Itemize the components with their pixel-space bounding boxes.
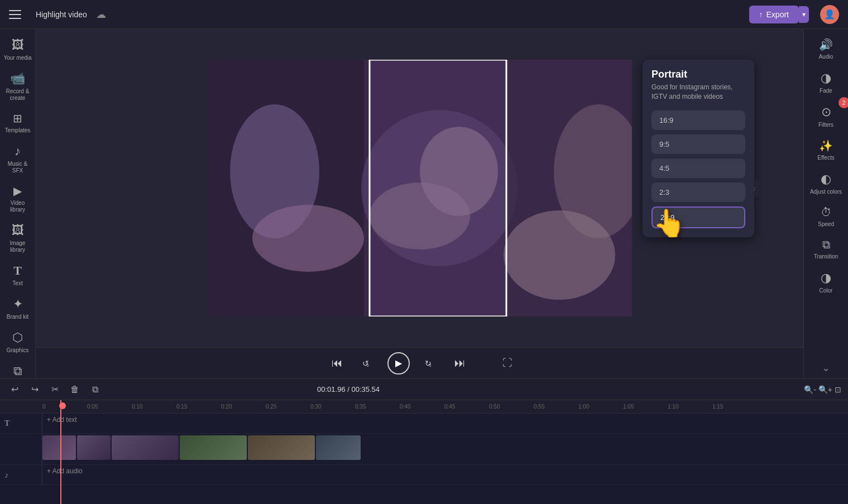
fullscreen-button[interactable]: ⛶ bbox=[502, 357, 512, 369]
transition-label: Transition bbox=[814, 253, 839, 260]
rewind-5s-button[interactable]: ↺5 bbox=[357, 353, 377, 373]
image-library-icon: 🖼 bbox=[12, 223, 24, 238]
duplicate-button[interactable]: ⧉ bbox=[87, 382, 103, 397]
effects-tool[interactable]: ✨ Effects bbox=[806, 135, 846, 165]
sidebar-item-templates[interactable]: ⊞ Templates bbox=[1, 107, 35, 138]
sidebar-item-video-library[interactable]: ▶ Video library bbox=[1, 180, 35, 218]
ruler-mark-0-35: 0:35 bbox=[355, 404, 400, 410]
add-text-button[interactable]: + Add text bbox=[42, 414, 848, 426]
video-thumb-4[interactable] bbox=[180, 435, 247, 460]
forward-5s-button[interactable]: ↻5 bbox=[420, 353, 440, 373]
delete-button[interactable]: 🗑 bbox=[67, 382, 83, 397]
sidebar-item-label-your-media: Your media bbox=[3, 55, 31, 61]
ruler-mark-1-00: 1:00 bbox=[578, 404, 623, 410]
aspect-panel-title: Portrait bbox=[651, 69, 745, 80]
video-track-content bbox=[42, 434, 848, 464]
zoom-fit-button[interactable]: ⊡ bbox=[835, 385, 841, 394]
playhead-indicator bbox=[59, 402, 66, 409]
effects-label: Effects bbox=[817, 155, 834, 161]
aspect-panel-description: Good for Instagram stories, IGTV and mob… bbox=[651, 83, 745, 102]
export-label: Export bbox=[766, 10, 789, 19]
playback-bar: ⏮ ↺5 ▶ ↻5 ⏭ ⛶ bbox=[36, 347, 803, 378]
main-layout: 🖼 Your media 📹 Record &create ⊞ Template… bbox=[0, 29, 848, 378]
export-button[interactable]: ↑ Export bbox=[749, 6, 799, 23]
undo-button[interactable]: ↩ bbox=[7, 382, 22, 397]
video-background bbox=[208, 60, 632, 316]
sidebar-item-record[interactable]: 📹 Record &create bbox=[1, 67, 35, 106]
video-thumb-5[interactable] bbox=[248, 435, 315, 460]
ruler-mark-0-10: 0:10 bbox=[132, 404, 176, 410]
audio-tool[interactable]: 🔊 Audio bbox=[806, 33, 846, 64]
play-button[interactable]: ▶ bbox=[387, 352, 410, 375]
aspect-option-4-5[interactable]: 4:5 bbox=[651, 159, 745, 178]
aspect-ratio-panel: Portrait Good for Instagram stories, IGT… bbox=[643, 60, 754, 237]
filters-badge: 2 bbox=[839, 97, 849, 108]
fade-tool-wrapper: ◑ Fade bbox=[806, 66, 846, 98]
your-media-icon: 🖼 bbox=[12, 38, 24, 52]
speed-tool[interactable]: ⏱ Speed bbox=[806, 201, 846, 232]
aspect-options-list: 16:9 9:5 4:5 2:3 21:9 bbox=[651, 111, 745, 228]
fade-tool[interactable]: ◑ Fade bbox=[806, 66, 846, 98]
aspect-option-9-5[interactable]: 9:5 bbox=[651, 135, 745, 154]
video-library-icon: ▶ bbox=[13, 184, 22, 198]
aspect-option-2-3[interactable]: 2:3 bbox=[651, 183, 745, 202]
user-avatar[interactable]: 👤 bbox=[820, 5, 839, 24]
brand-kit-icon: ✦ bbox=[13, 297, 23, 311]
svg-text:5: 5 bbox=[366, 363, 369, 368]
sidebar-item-label-image-library: Image library bbox=[3, 240, 32, 253]
speed-label: Speed bbox=[818, 221, 834, 227]
aspect-option-16-9[interactable]: 16:9 bbox=[651, 111, 745, 130]
skip-to-start-button[interactable]: ⏮ bbox=[327, 353, 347, 373]
timeline-toolbar: ↩ ↪ ✂ 🗑 ⧉ 00:01.96 / 00:35.54 🔍- 🔍+ ⊡ bbox=[0, 379, 848, 400]
sidebar-item-graphics[interactable]: ⬡ Graphics bbox=[1, 326, 35, 358]
adjust-colors-tool-wrapper: ◐ Adjust colors bbox=[806, 167, 846, 199]
transitions-icon: ⧉ bbox=[13, 364, 22, 378]
skip-to-end-button[interactable]: ⏭ bbox=[450, 353, 470, 373]
sidebar-item-your-media[interactable]: 🖼 Your media bbox=[1, 33, 35, 66]
sidebar-item-brand-kit[interactable]: ✦ Brand kit bbox=[1, 292, 35, 325]
zoom-in-button[interactable]: 🔍+ bbox=[818, 385, 832, 394]
zoom-controls: 🔍- 🔍+ ⊡ bbox=[804, 385, 841, 394]
export-arrow-icon: ↑ bbox=[759, 10, 763, 19]
record-icon: 📹 bbox=[10, 71, 25, 86]
menu-button[interactable] bbox=[9, 7, 25, 22]
sidebar-item-text[interactable]: T Text bbox=[1, 259, 35, 291]
sidebar-item-label-templates: Templates bbox=[5, 127, 31, 134]
speed-tool-wrapper: ⏱ Speed bbox=[806, 201, 846, 232]
left-sidebar: 🖼 Your media 📹 Record &create ⊞ Template… bbox=[0, 29, 36, 378]
cut-button[interactable]: ✂ bbox=[47, 382, 63, 397]
aspect-option-21-9[interactable]: 21:9 bbox=[651, 207, 745, 228]
zoom-out-button[interactable]: 🔍- bbox=[804, 385, 816, 394]
sidebar-item-image-library[interactable]: 🖼 Image library bbox=[1, 219, 35, 258]
timeline-area: ↩ ↪ ✂ 🗑 ⧉ 00:01.96 / 00:35.54 🔍- 🔍+ ⊡ 0 … bbox=[0, 378, 848, 504]
topbar: Highlight video ☁ ↑ Export ▾ 👤 bbox=[0, 0, 848, 29]
sidebar-item-transitions[interactable]: ⧉ Transitions bbox=[1, 359, 35, 378]
text-track-content[interactable]: + Add text bbox=[42, 414, 848, 433]
video-track-row bbox=[0, 434, 848, 465]
video-thumb-1[interactable] bbox=[42, 435, 76, 460]
video-thumb-2[interactable] bbox=[77, 435, 111, 460]
svg-point-7 bbox=[420, 127, 498, 216]
ruler-mark-1-10: 1:10 bbox=[668, 404, 712, 410]
expand-down-button[interactable]: ⌄ bbox=[822, 362, 830, 374]
color-tool[interactable]: ◑ Color bbox=[806, 266, 846, 298]
add-audio-button[interactable]: + Add audio bbox=[42, 465, 848, 477]
sidebar-item-label-brand-kit: Brand kit bbox=[7, 314, 28, 320]
transition-icon: ⧉ bbox=[822, 238, 830, 251]
video-thumb-6[interactable] bbox=[316, 435, 361, 460]
ruler-mark-0-25: 0:25 bbox=[266, 404, 310, 410]
project-title: Highlight video bbox=[36, 10, 87, 19]
audio-track-content[interactable]: + Add audio bbox=[42, 465, 848, 484]
video-thumb-3[interactable] bbox=[112, 435, 179, 460]
sidebar-item-music[interactable]: ♪ Music & SFX bbox=[1, 140, 35, 179]
ruler-mark-0-50: 0:50 bbox=[489, 404, 534, 410]
graphics-icon: ⬡ bbox=[12, 330, 23, 345]
transition-tool[interactable]: ⧉ Transition bbox=[806, 234, 846, 264]
effects-icon: ✨ bbox=[819, 139, 833, 152]
ruler-mark-0-45: 0:45 bbox=[444, 404, 489, 410]
export-dropdown-button[interactable]: ▾ bbox=[799, 6, 809, 23]
adjust-colors-tool[interactable]: ◐ Adjust colors bbox=[806, 167, 846, 199]
sidebar-item-label-music: Music & SFX bbox=[3, 161, 32, 174]
redo-button[interactable]: ↪ bbox=[27, 382, 42, 397]
video-track-label bbox=[0, 434, 42, 464]
